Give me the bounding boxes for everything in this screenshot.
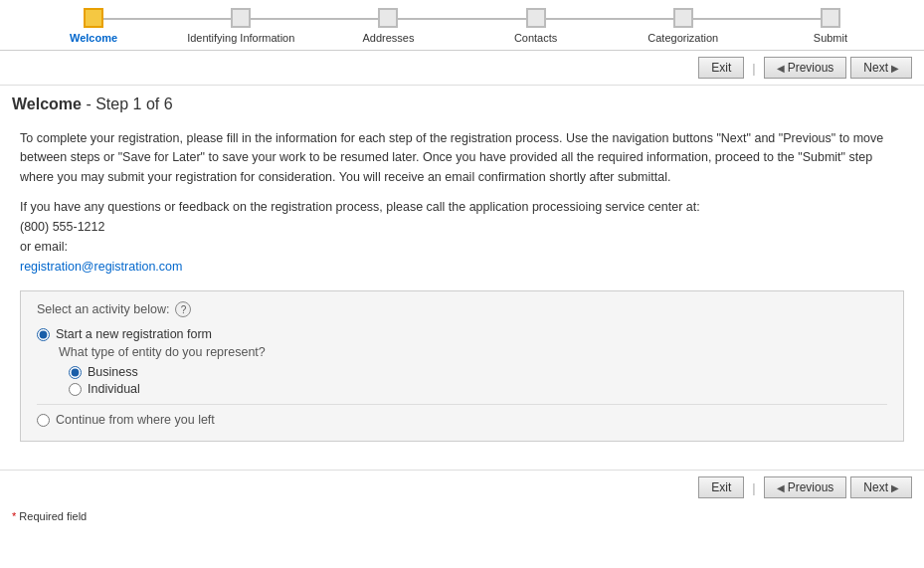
previous-left-arrow: ◀ [777,63,785,74]
top-previous-button[interactable]: ◀ Previous [764,57,847,79]
business-option[interactable]: Business [69,365,887,379]
bottom-next-button[interactable]: Next ▶ [850,476,912,498]
bottom-previous-arrow: ◀ [777,482,785,493]
required-field-note: * Required field [0,504,924,528]
step-label-welcome: Welcome [70,32,117,44]
wizard-header: Welcome Identifying Information Addresse… [0,0,924,51]
entity-type-group: Business Individual [69,365,887,396]
new-registration-option[interactable]: Start a new registration form [37,327,887,341]
bottom-next-arrow: ▶ [891,482,899,493]
intro-email-link[interactable]: registration@registration.com [20,260,182,274]
page-title-main: Welcome [12,95,82,112]
new-registration-group: Start a new registration form What type … [37,327,887,396]
entity-question: What type of entity do you represent? [59,345,887,359]
nav-separator-bottom: | [752,480,755,495]
bottom-previous-button[interactable]: ◀ Previous [764,476,847,498]
intro-paragraph1: To complete your registration, please fi… [20,129,904,187]
required-star: * [12,510,16,522]
step-icon-submit [821,8,840,28]
bottom-exit-button[interactable]: Exit [698,476,744,498]
business-radio[interactable] [69,366,82,379]
page-title-subtitle: - Step 1 of 6 [86,95,172,112]
individual-label: Individual [88,382,140,396]
wizard-steps: Welcome Identifying Information Addresse… [0,8,924,44]
step-icon-welcome [84,8,103,28]
intro-text: To complete your registration, please fi… [20,129,904,277]
step-label-categorization: Categorization [647,32,718,44]
page-title-area: Welcome - Step 1 of 6 [0,86,924,119]
bottom-previous-label: Previous [788,480,834,494]
step-label-identifying: Identifying Information [187,32,294,44]
business-label: Business [88,365,138,379]
step-label-submit: Submit [814,32,847,44]
activity-box: Select an activity below: ? Start a new … [20,290,904,442]
activity-divider [37,404,887,405]
individual-radio[interactable] [69,383,82,396]
step-addresses[interactable]: Addresses [314,8,462,44]
bottom-next-label: Next [863,480,888,494]
continue-option[interactable]: Continue from where you left [37,413,887,427]
content-area: To complete your registration, please fi… [0,119,924,466]
next-right-arrow: ▶ [891,63,899,74]
top-previous-label: Previous [788,61,834,75]
step-label-contacts: Contacts [514,32,557,44]
top-next-button[interactable]: Next ▶ [850,57,912,79]
new-registration-radio[interactable] [37,328,50,341]
activity-label-text: Select an activity below: [37,302,169,316]
activity-help-icon[interactable]: ? [175,301,191,317]
top-next-label: Next [863,61,888,75]
continue-label: Continue from where you left [56,413,215,427]
continue-radio[interactable] [37,414,50,427]
nav-separator-top: | [752,61,755,76]
step-identifying[interactable]: Identifying Information [167,8,314,44]
intro-or-email: or email: [20,240,68,254]
top-exit-button[interactable]: Exit [698,57,744,79]
step-icon-identifying [231,8,251,28]
step-label-addresses: Addresses [362,32,414,44]
step-submit[interactable]: Submit [757,8,904,44]
step-categorization[interactable]: Categorization [610,8,757,44]
contact-info: If you have any questions or feedback on… [20,197,904,277]
step-contacts[interactable]: Contacts [462,8,610,44]
activity-label-row: Select an activity below: ? [37,301,887,317]
bottom-nav-bar: Exit | ◀ Previous Next ▶ [0,470,924,504]
step-icon-categorization [673,8,693,28]
intro-paragraph2: If you have any questions or feedback on… [20,200,700,214]
new-registration-label: Start a new registration form [56,327,212,341]
step-icon-contacts [526,8,546,28]
intro-phone: (800) 555-1212 [20,220,104,234]
top-nav-bar: Exit | ◀ Previous Next ▶ [0,51,924,86]
individual-option[interactable]: Individual [69,382,887,396]
step-welcome[interactable]: Welcome [20,8,167,44]
required-text: Required field [19,510,87,522]
step-icon-addresses [378,8,398,28]
